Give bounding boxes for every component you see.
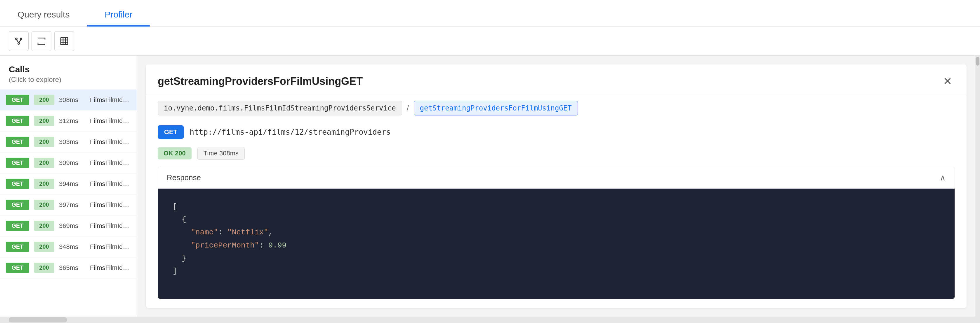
status-badge: 200: [34, 116, 54, 126]
svg-point-2: [18, 43, 19, 44]
tab-profiler[interactable]: Profiler: [87, 10, 150, 27]
response-section: Response ∧ [ { "name": "Netflix", "price…: [158, 167, 955, 299]
calls-list: GET 200 308ms FilmsFilmIdStreamingProvid…: [0, 87, 137, 317]
status-badge: 200: [34, 242, 54, 252]
time-badge: 397ms: [59, 201, 85, 209]
calls-subtitle: (Click to explore): [9, 76, 128, 84]
content-area: Calls (Click to explore) GET 200 308ms F…: [0, 56, 980, 317]
time-badge: 308ms: [59, 96, 85, 104]
method-badge: GET: [6, 179, 29, 189]
method-badge: GET: [6, 221, 29, 231]
method-badge: GET: [6, 116, 29, 126]
svg-point-1: [20, 38, 22, 40]
detail-title: getStreamingProvidersForFilmUsingGET: [158, 75, 363, 87]
endpoint-url: http://films-api/films/12/streamingProvi…: [189, 128, 391, 136]
call-item[interactable]: GET 200 309ms FilmsFilmIdStreamingProvid…: [0, 152, 137, 173]
app-container: Query results Profiler: [0, 0, 980, 323]
calls-header: Calls (Click to explore): [0, 56, 137, 87]
svg-rect-7: [61, 38, 68, 44]
status-badge: 200: [34, 179, 54, 189]
call-name: FilmsFilmIdStreamingProviderServ...: [90, 264, 131, 272]
method-badge: GET: [6, 158, 29, 168]
endpoint-row: GET http://films-api/films/12/streamingP…: [146, 121, 967, 143]
bottom-scroll-thumb: [9, 317, 67, 322]
tabs-bar: Query results Profiler: [0, 0, 980, 27]
call-item[interactable]: GET 200 369ms FilmsFilmIdStreamingProvid…: [0, 215, 137, 236]
path-separator: /: [407, 103, 409, 113]
detail-header: getStreamingProvidersForFilmUsingGET ✕: [146, 65, 967, 95]
tab-query-results[interactable]: Query results: [0, 10, 87, 27]
method-badge: GET: [6, 137, 29, 147]
http-method-badge: GET: [158, 125, 184, 139]
page-scrollbar[interactable]: [975, 56, 980, 317]
method-badge: GET: [6, 242, 29, 252]
response-label: Response: [167, 173, 201, 182]
tree-view-button[interactable]: [9, 31, 29, 51]
path-row: io.vyne.demo.films.FilmsFilmIdStreamingP…: [146, 95, 967, 121]
call-item[interactable]: GET 200 394ms FilmsFilmIdStreamingProvid…: [0, 173, 137, 195]
time-badge: 369ms: [59, 222, 85, 230]
table-view-button[interactable]: [54, 31, 74, 51]
call-name: FilmsFilmIdStreamingProviderServ...: [90, 159, 131, 167]
call-name: FilmsFilmIdStreamingProviderServ...: [90, 117, 131, 125]
status-badge: 200: [34, 95, 54, 105]
svg-line-4: [19, 40, 21, 43]
time-badge: 348ms: [59, 243, 85, 251]
time-badge: 394ms: [59, 180, 85, 188]
call-item[interactable]: GET 200 312ms FilmsFilmIdStreamingProvid…: [0, 111, 137, 131]
toolbar: [0, 27, 980, 56]
call-item[interactable]: GET 200 397ms FilmsFilmIdStreamingProvid…: [0, 195, 137, 215]
status-badge: 200: [34, 221, 54, 231]
svg-line-3: [16, 40, 19, 43]
status-badge: 200: [34, 158, 54, 168]
method-badge: GET: [6, 200, 29, 210]
calls-title: Calls: [9, 65, 128, 74]
detail-card: getStreamingProvidersForFilmUsingGET ✕ i…: [146, 65, 967, 308]
detail-panel: getStreamingProvidersForFilmUsingGET ✕ i…: [137, 56, 975, 317]
time-badge: 309ms: [59, 159, 85, 167]
method-badge: GET: [6, 95, 29, 105]
method-badge: GET: [6, 263, 29, 273]
call-name: FilmsFilmIdStreamingProviderServ...: [90, 138, 131, 146]
ok-status-badge: OK 200: [158, 147, 192, 160]
call-name: FilmsFilmIdStreamingProviderServ...: [90, 201, 131, 209]
time-info: Time 308ms: [197, 147, 245, 160]
collapse-button[interactable]: ∧: [940, 173, 946, 182]
call-name: FilmsFilmIdStreamingProviderServ...: [90, 180, 131, 188]
status-badge: 200: [34, 263, 54, 273]
call-item[interactable]: GET 200 348ms FilmsFilmIdStreamingProvid…: [0, 236, 137, 257]
time-badge: 365ms: [59, 264, 85, 272]
code-block: [ { "name": "Netflix", "pricePerMonth": …: [158, 188, 955, 299]
call-name: FilmsFilmIdStreamingProviderServ...: [90, 222, 131, 230]
status-badge: 200: [34, 200, 54, 210]
calls-panel: Calls (Click to explore) GET 200 308ms F…: [0, 56, 137, 317]
close-button[interactable]: ✕: [940, 75, 955, 88]
swap-view-button[interactable]: [32, 31, 51, 51]
status-badge: 200: [34, 137, 54, 147]
time-badge: 312ms: [59, 117, 85, 125]
time-badge: 303ms: [59, 138, 85, 146]
svg-point-0: [16, 38, 17, 40]
path-service[interactable]: io.vyne.demo.films.FilmsFilmIdStreamingP…: [158, 101, 402, 116]
call-item[interactable]: GET 200 308ms FilmsFilmIdStreamingProvid…: [0, 90, 137, 111]
page-scroll-thumb: [976, 57, 979, 66]
call-item[interactable]: GET 200 365ms FilmsFilmIdStreamingProvid…: [0, 257, 137, 279]
call-name: FilmsFilmIdStreamingProviderServ...: [90, 243, 131, 251]
call-item[interactable]: GET 200 303ms FilmsFilmIdStreamingProvid…: [0, 131, 137, 152]
call-name: FilmsFilmIdStreamingProviderServ...: [90, 96, 131, 104]
status-row: OK 200 Time 308ms: [146, 143, 967, 164]
response-header: Response ∧: [158, 167, 955, 188]
bottom-scrollbar[interactable]: [0, 317, 980, 323]
path-method[interactable]: getStreamingProvidersForFilmUsingGET: [414, 101, 578, 116]
